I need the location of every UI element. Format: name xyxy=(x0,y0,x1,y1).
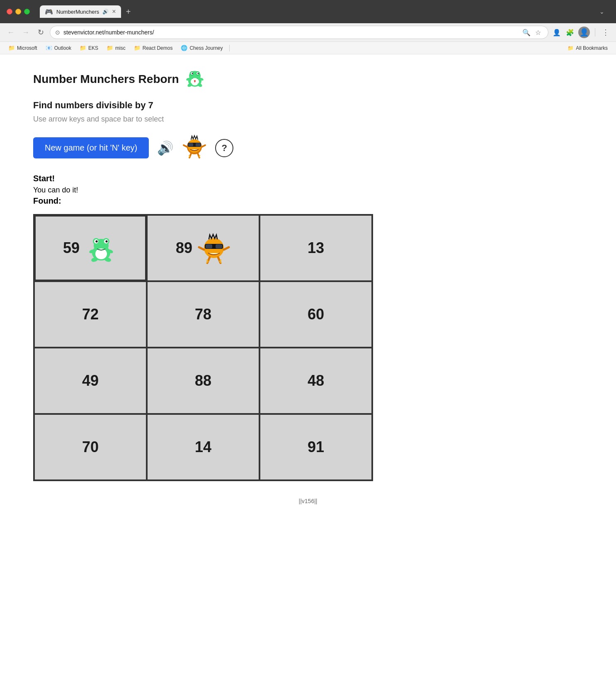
account-icon[interactable]: 👤 xyxy=(552,27,562,37)
volume-button[interactable]: 🔊 xyxy=(157,140,174,156)
grid-cell-0-1[interactable]: 89 xyxy=(147,215,259,281)
bookmarks-separator xyxy=(229,45,230,51)
refresh-button[interactable]: ↻ xyxy=(35,27,46,38)
url-display: stevenvictor.net/number-munchers/ xyxy=(63,29,518,36)
back-button[interactable]: ← xyxy=(5,27,17,38)
bookmark-react-demos[interactable]: 📁 React Demos xyxy=(131,44,176,52)
maximize-button[interactable] xyxy=(24,9,30,15)
cell-number-1-0: 72 xyxy=(82,306,99,323)
svg-point-28 xyxy=(96,241,98,243)
grid-cell-0-2[interactable]: 13 xyxy=(259,215,372,281)
svg-rect-37 xyxy=(206,244,212,248)
villain-cell-icon xyxy=(197,231,230,265)
grid-cell-3-2[interactable]: 91 xyxy=(259,414,372,480)
help-button[interactable]: ? xyxy=(215,139,233,157)
search-icon[interactable]: 🔍 xyxy=(521,27,531,37)
bookmark-microsoft-icon: 📁 xyxy=(8,45,15,51)
cell-content-0-1: 89 xyxy=(176,231,230,265)
cell-number-0-0: 59 xyxy=(63,239,80,257)
cell-number-3-2: 91 xyxy=(308,438,324,456)
grid-cell-2-0[interactable]: 49 xyxy=(34,348,147,414)
cell-number-2-0: 49 xyxy=(82,372,99,389)
page-title-emoji xyxy=(184,67,206,92)
more-button[interactable]: ⋮ xyxy=(600,26,611,39)
bookmark-misc[interactable]: 📁 misc xyxy=(103,44,129,52)
tab-close-icon[interactable]: × xyxy=(112,8,116,15)
svg-point-6 xyxy=(192,73,193,74)
cell-number-2-2: 48 xyxy=(308,372,324,389)
svg-line-40 xyxy=(224,247,229,250)
svg-line-39 xyxy=(199,247,204,250)
minimize-button[interactable] xyxy=(15,9,21,15)
all-bookmarks-label: All Bookmarks xyxy=(576,45,608,51)
bookmark-misc-icon: 📁 xyxy=(107,45,113,51)
star-icon[interactable]: ☆ xyxy=(533,27,543,37)
bookmark-chess-journey-label: Chess Journey xyxy=(189,45,223,51)
svg-line-21 xyxy=(198,153,199,158)
toolbar-separator xyxy=(595,28,595,37)
bookmark-eks-label: EKS xyxy=(88,45,98,51)
page-title-text: Number Munchers Reborn xyxy=(33,73,179,86)
found-text: Found: xyxy=(33,196,583,206)
traffic-lights xyxy=(7,9,30,15)
grid-cell-0-0[interactable]: 59 xyxy=(34,215,147,281)
tab-bar: 🎮 NumberMunchers 🔊 × + ⌄ xyxy=(35,4,609,19)
game-instructions: Use arrow keys and space bar to select xyxy=(33,115,583,124)
tab-expand-button[interactable]: ⌄ xyxy=(599,8,604,15)
encourage-text: You can do it! xyxy=(33,186,583,195)
svg-rect-38 xyxy=(216,244,222,248)
bookmark-microsoft[interactable]: 📁 Microsoft xyxy=(5,44,41,52)
bookmark-eks[interactable]: 📁 EKS xyxy=(76,44,102,52)
address-bar[interactable]: ⊙ stevenvictor.net/number-munchers/ 🔍 ☆ xyxy=(50,26,548,39)
svg-rect-17 xyxy=(196,143,201,146)
browser-titlebar: 🎮 NumberMunchers 🔊 × + ⌄ xyxy=(0,0,616,23)
all-bookmarks-icon: 📁 xyxy=(567,45,574,51)
svg-rect-16 xyxy=(188,143,193,146)
bookmark-react-demos-icon: 📁 xyxy=(134,45,141,51)
page-content: Number Munchers Reborn xyxy=(0,54,616,517)
svg-line-19 xyxy=(202,145,205,147)
bookmark-microsoft-label: Microsoft xyxy=(17,45,37,51)
bookmark-outlook-label: Outlook xyxy=(54,45,71,51)
grid-cell-3-1[interactable]: 14 xyxy=(147,414,259,480)
grid-cell-2-1[interactable]: 88 xyxy=(147,348,259,414)
all-bookmarks-button[interactable]: 📁 All Bookmarks xyxy=(564,44,611,52)
cell-number-3-1: 14 xyxy=(195,438,211,456)
bookmark-outlook-icon: 📧 xyxy=(46,45,52,51)
svg-line-20 xyxy=(189,153,191,158)
grid-cell-1-0[interactable]: 72 xyxy=(34,281,147,348)
svg-point-29 xyxy=(106,241,108,243)
bookmark-outlook[interactable]: 📧 Outlook xyxy=(42,44,75,52)
profile-button[interactable]: 👤 xyxy=(578,27,590,38)
new-tab-button[interactable]: + xyxy=(123,7,134,16)
forward-button[interactable]: → xyxy=(20,27,32,38)
cell-number-2-1: 88 xyxy=(195,372,211,389)
game-subtitle: Find numbers divisible by 7 xyxy=(33,100,583,111)
bookmark-chess-journey[interactable]: 🌐 Chess Journey xyxy=(177,44,226,52)
version-text: ||v156|| xyxy=(33,498,583,504)
bookmark-eks-icon: 📁 xyxy=(80,45,86,51)
extensions-icon[interactable]: 🧩 xyxy=(565,27,575,37)
grid-cell-2-2[interactable]: 48 xyxy=(259,348,372,414)
grid-cell-3-0[interactable]: 70 xyxy=(34,414,147,480)
tab-title: NumberMunchers xyxy=(56,9,99,15)
grid-cell-1-1[interactable]: 78 xyxy=(147,281,259,348)
close-button[interactable] xyxy=(7,9,12,15)
bookmarks-bar: 📁 Microsoft 📧 Outlook 📁 EKS 📁 misc 📁 Rea… xyxy=(0,42,616,54)
svg-point-7 xyxy=(197,73,199,74)
bookmark-react-demos-label: React Demos xyxy=(143,45,173,51)
frog-logo-icon xyxy=(184,67,206,88)
tab-favicon: 🎮 xyxy=(45,8,53,16)
villain-mascot-icon[interactable] xyxy=(182,134,207,162)
profile-avatar: 👤 xyxy=(580,28,589,37)
bookmark-misc-label: misc xyxy=(115,45,126,51)
cell-number-0-1: 89 xyxy=(176,239,192,257)
address-security-icon: ⊙ xyxy=(55,29,60,36)
new-game-button[interactable]: New game (or hit 'N' key) xyxy=(33,137,149,158)
game-status: Start! xyxy=(33,174,583,183)
tab-volume-icon: 🔊 xyxy=(102,9,109,15)
cell-content-0-0: 59 xyxy=(63,231,118,265)
browser-toolbar: ← → ↻ ⊙ stevenvictor.net/number-munchers… xyxy=(0,23,616,42)
active-tab[interactable]: 🎮 NumberMunchers 🔊 × xyxy=(40,5,121,18)
grid-cell-1-2[interactable]: 60 xyxy=(259,281,372,348)
